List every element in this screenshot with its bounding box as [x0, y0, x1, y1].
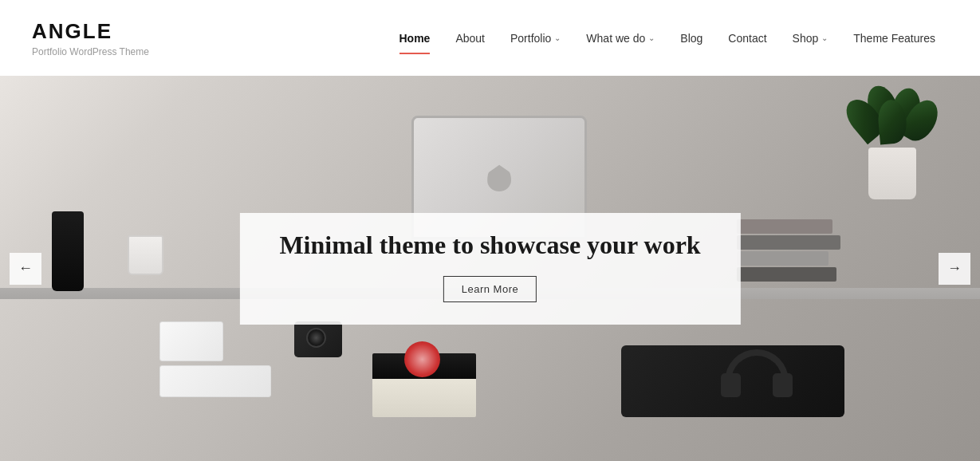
red-circle — [404, 341, 440, 377]
camera — [294, 321, 342, 357]
arrow-left-icon: ← — [18, 260, 33, 277]
apple-logo-icon — [487, 164, 511, 191]
nav-item-home[interactable]: Home — [387, 26, 443, 51]
book — [737, 235, 840, 250]
nav-item-portfolio[interactable]: Portfolio ⌄ — [498, 26, 573, 51]
nav-item-shop[interactable]: Shop ⌄ — [780, 26, 841, 51]
logo[interactable]: ANGLE Portfolio WordPress Theme — [32, 19, 149, 57]
mug — [128, 235, 163, 275]
logo-title: ANGLE — [32, 19, 149, 44]
dark-cup — [52, 211, 84, 291]
hero-background: Minimal theme to showcase your work Lear… — [0, 76, 980, 461]
nav-item-what-we-do[interactable]: What we do ⌄ — [573, 26, 667, 51]
book — [737, 267, 836, 282]
slide-headline: Minimal theme to showcase your work — [279, 230, 700, 260]
nav-item-about[interactable]: About — [443, 26, 498, 51]
learn-more-button[interactable]: Learn More — [443, 276, 537, 302]
plant-leaves — [844, 84, 940, 156]
book — [737, 251, 828, 266]
desk-books — [372, 353, 476, 417]
slider-next-button[interactable]: → — [939, 253, 970, 285]
headphone-cup-right — [773, 373, 793, 397]
camera-lens — [306, 328, 326, 348]
arrow-right-icon: → — [947, 260, 962, 277]
white-box — [159, 321, 223, 361]
logo-subtitle: Portfolio WordPress Theme — [32, 46, 149, 57]
main-nav: Home About Portfolio ⌄ What we do ⌄ Blog… — [387, 26, 949, 51]
chevron-down-icon: ⌄ — [648, 33, 655, 42]
chevron-down-icon: ⌄ — [821, 33, 828, 42]
slider-prev-button[interactable]: ← — [10, 253, 41, 285]
chevron-down-icon: ⌄ — [554, 33, 561, 42]
plant — [868, 84, 916, 199]
desk-boxes — [159, 321, 271, 397]
white-box-2 — [159, 365, 271, 397]
hero-section: Minimal theme to showcase your work Lear… — [0, 76, 980, 461]
headphone-cup-left — [721, 373, 741, 397]
headphones — [725, 349, 789, 397]
nav-item-contact[interactable]: Contact — [715, 26, 779, 51]
books-stack — [737, 219, 840, 283]
nav-item-theme-features[interactable]: Theme Features — [840, 26, 948, 51]
site-header: ANGLE Portfolio WordPress Theme Home Abo… — [0, 0, 980, 76]
slide-text-box: Minimal theme to showcase your work Lear… — [239, 213, 740, 325]
nav-item-blog[interactable]: Blog — [667, 26, 715, 51]
slider-overlay: Minimal theme to showcase your work Lear… — [239, 213, 740, 325]
book — [737, 219, 832, 234]
